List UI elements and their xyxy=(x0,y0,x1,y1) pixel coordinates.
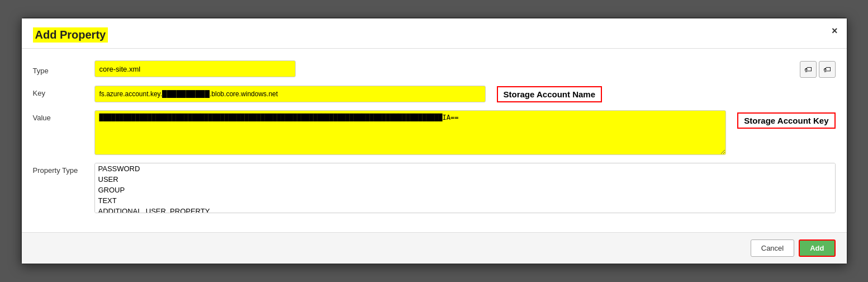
dialog-footer: Cancel Add xyxy=(22,232,847,264)
tag-button-1[interactable]: 🏷 xyxy=(800,61,817,78)
dialog-body: Type 🏷 🏷 Key Storage xyxy=(22,49,847,227)
option-group[interactable]: GROUP xyxy=(95,185,835,195)
key-row: Key Storage Account Name xyxy=(33,86,836,102)
property-type-field-wrap: PASSWORD USER GROUP TEXT ADDITIONAL_USER… xyxy=(94,163,836,213)
key-input[interactable] xyxy=(94,86,486,102)
value-field-wrap: ████████████████████████████████████████… xyxy=(94,110,836,155)
type-input[interactable] xyxy=(94,60,296,77)
key-label: Key xyxy=(33,86,94,97)
storage-account-name-annotation: Storage Account Name xyxy=(497,86,602,102)
option-user[interactable]: USER xyxy=(95,174,835,185)
tag-icon-2: 🏷 xyxy=(823,65,831,74)
property-type-row: Property Type PASSWORD USER GROUP TEXT A… xyxy=(33,163,836,213)
key-row-wrap: Storage Account Name xyxy=(94,86,836,102)
type-field-wrap: 🏷 🏷 xyxy=(94,60,836,78)
tag-button-2[interactable]: 🏷 xyxy=(819,61,836,78)
dialog-title: Add Property xyxy=(33,27,108,43)
type-row: Type 🏷 🏷 xyxy=(33,60,836,78)
storage-account-key-annotation: Storage Account Key xyxy=(737,112,835,129)
option-additional[interactable]: ADDITIONAL_USER_PROPERTY xyxy=(95,206,835,213)
type-label: Type xyxy=(33,63,94,75)
value-row: Value ██████████████████████████████████… xyxy=(33,110,836,155)
value-textarea[interactable]: ████████████████████████████████████████… xyxy=(94,110,727,155)
cancel-button[interactable]: Cancel xyxy=(751,239,794,257)
tag-buttons: 🏷 🏷 xyxy=(800,60,836,78)
option-text[interactable]: TEXT xyxy=(95,195,835,206)
add-button[interactable]: Add xyxy=(799,239,835,257)
dialog-header: Add Property × xyxy=(22,18,847,49)
property-type-select[interactable]: PASSWORD USER GROUP TEXT ADDITIONAL_USER… xyxy=(94,163,836,213)
property-type-label: Property Type xyxy=(33,163,94,175)
value-row-wrap: ████████████████████████████████████████… xyxy=(94,110,836,155)
value-label: Value xyxy=(33,110,94,122)
option-password[interactable]: PASSWORD xyxy=(95,163,835,174)
tag-icon-1: 🏷 xyxy=(804,65,812,74)
key-field-wrap: Storage Account Name xyxy=(94,86,836,102)
close-button[interactable]: × xyxy=(832,25,838,37)
add-property-dialog: Add Property × Type 🏷 🏷 Key xyxy=(21,17,848,265)
